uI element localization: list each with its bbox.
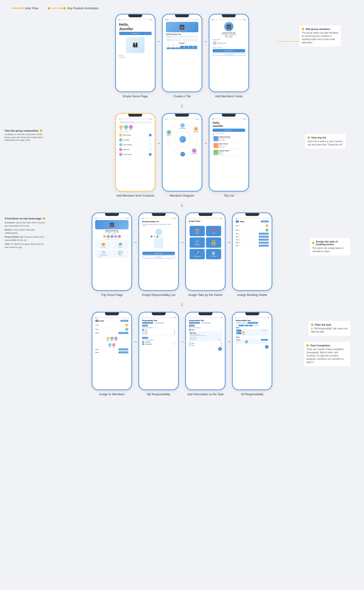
task-finance[interactable]: 💰 Finance [206,237,221,248]
owner-item: J Jennifer Zhou [213,40,245,46]
cancel-btn[interactable]: Cancel [142,256,175,258]
day6-assign-btn[interactable]: Assign member [259,242,269,244]
responsibility-box[interactable]: 📋 ResponsibilityList [95,250,111,258]
am-day3-assign[interactable]: Assign Member [118,332,128,334]
tab-activity[interactable]: Activity [105,239,108,240]
all-resp-content: Responsibility Task My Responsibility Al… [234,319,270,350]
sel-jamie[interactable]: J Jamie [108,342,111,347]
tab-all[interactable]: All [213,133,214,135]
mon: M [171,44,175,46]
am-day4-assign[interactable]: Assign member [118,348,128,350]
cal-week2: 8 9 10 11 12 13 14 [167,47,197,49]
trip-card-1[interactable]: California Road Trip San Francisco→San D… [213,136,245,142]
annotation-row1: Add group members The group owner can ad… [299,25,341,46]
status-bar3: 9:41●●● [211,19,247,20]
assign-tasks-btn[interactable]: Assign Tasks [142,252,175,255]
tab-my-resp-3[interactable]: My Responsibility [236,322,247,324]
status-bar9: +9:41 [188,217,223,219]
tab-sam[interactable]: Sam [111,239,113,240]
phone-empty-home-wrapper: 9:41●●● Hello,Jennifer Create a trip 👨‍👩… [115,14,156,98]
add-members-btn[interactable]: Add members [213,49,245,52]
task-hotel[interactable]: 🏨 Hotel [190,226,205,236]
am-day5-assign[interactable]: Assign member [118,351,128,353]
day5-assign-btn[interactable]: Assign member [259,239,269,241]
member-select-row2: J Jamie K Katie [95,342,128,347]
home-content: Hello,Jennifer Create a trip 👨‍👩‍👧‍👦 No … [118,20,153,60]
tab-mike[interactable]: Mike [109,239,110,240]
day-2-row: Day 2 S [236,228,269,232]
add-btn-circle[interactable]: + [218,347,222,351]
day4-assign-btn[interactable]: Assign member [259,236,269,238]
trip-card-3[interactable]: Rochester Suburb Rochester Aug 3 Total: … [213,149,245,156]
day-4-row: Day 4 Assign member [236,235,269,238]
phone-trip-home: 9:41●●● 🌉 California Road TripSan Franci… [92,212,132,291]
phone-all-resp-wrapper: ✦📅 Responsibility Task My Responsibility… [232,312,272,396]
day2-avatar: S [265,228,269,232]
add-member-btn-orbit[interactable]: + [180,152,185,157]
phone-empty-resp: 9:41●●● Responsibility List Assign trip … [138,212,179,291]
tab-all-resp-2[interactable]: All Responsibility [201,322,211,324]
phone-assign-members-wrapper: Done 🏨 Hotel Assign all Day 1 M [92,312,132,396]
date-from-input[interactable]: Date from [166,39,182,41]
my-resp-content: Responsibility Task My Responsibility Al… [141,319,176,346]
tab-owned[interactable]: Owned by me [215,133,224,135]
check7-info [189,344,191,346]
task-ticket[interactable]: 🎟️ Ticket [206,226,221,236]
av-sam: S [107,235,110,238]
filter-all[interactable]: All [236,325,238,326]
search-contacts-input[interactable]: 🔍 Search to add contacts... [119,121,152,124]
day7-assign-btn[interactable]: Assign member [259,245,269,247]
screen-add-members: 9:41●●● 🌉 California Road TripSan Franci… [209,14,248,59]
ticket-status: Volunteer [261,339,268,341]
tab-my-resp[interactable]: My Responsibility [142,322,153,324]
filter-ticket[interactable]: Ticket [249,325,253,326]
add-btn-circle-2[interactable]: + [265,345,269,349]
arrow-1-2: → [157,39,161,44]
diagram-content: J Jennifer Zhou J Jamie Howard M Mike Er… [164,120,200,158]
destination-input[interactable]: Destination [166,35,198,38]
task-restaurant[interactable]: 🍴 Restaurant [190,237,205,248]
task-insurance[interactable]: 🛡️ Insurance [206,249,221,259]
row2-phones: CancelFinish 🔍 Search to add contacts...… [115,113,249,197]
chat-box[interactable]: 💬 Chat [112,250,129,258]
tab-all-resp-3[interactable]: All Responsibility [247,322,258,324]
status-bar6: 9:41●●● [211,118,247,120]
sel-sam[interactable]: S Sam [110,335,114,341]
concerns-box[interactable]: 😊 Concerns [95,242,111,249]
create-trip-btn-2[interactable]: Create a trip [213,129,245,132]
phone-assign-tasks: +9:41 Assign Tasks ✏️ 🏨 Hotel [185,212,226,291]
routes-box[interactable]: 🗺️ Routes [112,242,129,249]
tab-my-resp-2[interactable]: My Responsibility [189,322,200,324]
screen-assign-tasks: +9:41 Assign Tasks ✏️ 🏨 Hotel [186,213,225,263]
sel-katie[interactable]: K Katie [112,342,115,347]
tab-all-resp[interactable]: All Responsibility [154,322,164,324]
filter-restaurant[interactable]: Restaurant [238,325,244,326]
hotel-icon-2: 🏨 [95,320,99,322]
date-to-input[interactable]: To [182,39,198,41]
label-empty-home: Empty Home Page [123,94,148,98]
annotation-text-row4-filter: In "All Responsibility" tab, users can f… [311,327,348,334]
tab-katie-tab[interactable]: Katie [116,239,118,240]
assign-all-btn-2[interactable]: Assign all [120,320,128,322]
hello-text: Hello,Jennifer [119,22,152,31]
hello-jennifer-2: Hello,Jennifer [213,121,245,128]
sel-omar[interactable]: O Omar [114,335,117,341]
tab-omar-tab[interactable]: Omar [114,239,116,240]
row-connector-1-2: ↓ [0,102,364,109]
annotation-title-left-row2: View the group composition [5,129,46,132]
invite-link-btn[interactable]: Invite by link [213,53,245,56]
trip-home-content: 🌉 California Road TripSan Francisco → Sa… [94,219,130,260]
hotel-row: 🏨 Hotel [142,325,175,327]
create-trip-btn[interactable]: Create a trip [119,32,152,35]
filter-hotel[interactable]: Hotel [245,325,248,326]
task-transport[interactable]: ✈️ Transportation [190,249,205,259]
arrow-11-12: → [133,340,137,344]
responsible-label-2: You are responsible for [189,327,222,328]
trip-card-2[interactable]: Boston Tourism Boston Mar 13 – Mar 17 To… [213,142,245,149]
resp-list-title: Responsibility List [142,221,175,223]
notch6 [222,114,236,117]
day3-assign-btn[interactable]: Assign member [259,233,269,235]
assign-all-btn[interactable]: Assign all [261,221,269,223]
sel-mike[interactable]: M Mike [106,335,110,341]
edit-filters-btn[interactable]: Edit Filters [253,325,259,326]
